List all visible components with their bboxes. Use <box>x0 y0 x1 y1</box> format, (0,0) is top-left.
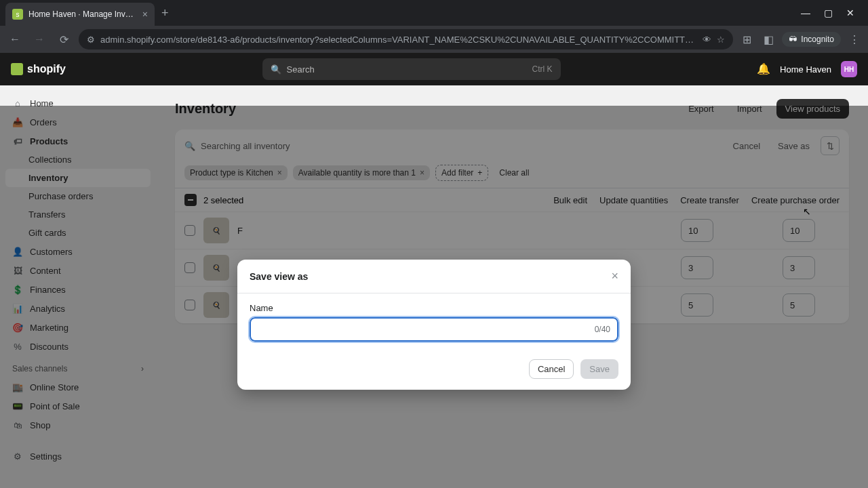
modal-save-button[interactable]: Save <box>580 359 618 379</box>
search-icon: 🔍 <box>271 64 281 75</box>
modal-cancel-button[interactable]: Cancel <box>529 359 574 379</box>
browser-menu-icon[interactable]: ⋮ <box>846 33 863 46</box>
save-view-modal: Save view as × Name 0/40 Cancel Save <box>237 260 631 390</box>
modal-close-icon[interactable]: × <box>611 269 618 283</box>
name-field-label: Name <box>250 303 618 313</box>
window-minimize-icon[interactable]: — <box>801 7 810 18</box>
avatar[interactable]: HH <box>841 61 857 77</box>
incognito-label: Incognito <box>801 35 834 44</box>
global-search[interactable]: 🔍 Search Ctrl K <box>262 58 561 80</box>
tab-favicon: s <box>12 9 23 20</box>
tab-title: Home Haven · Manage Invento <box>28 9 137 19</box>
window-maximize-icon[interactable]: ▢ <box>824 7 833 18</box>
back-icon[interactable]: ← <box>5 33 24 45</box>
incognito-badge[interactable]: 🕶 Incognito <box>782 32 841 47</box>
window-close-icon[interactable]: ✕ <box>846 7 854 18</box>
address-bar[interactable]: ⚙ admin.shopify.com/store/de8143-a6/prod… <box>79 29 733 49</box>
url-text: admin.shopify.com/store/de8143-a6/produc… <box>100 35 697 45</box>
reload-icon[interactable]: ⟳ <box>54 33 73 46</box>
store-name[interactable]: Home Haven <box>780 64 831 75</box>
logo-mark-icon <box>11 63 23 75</box>
browser-tab[interactable]: s Home Haven · Manage Invento × <box>5 3 155 26</box>
bookmark-icon[interactable]: ☆ <box>717 35 725 45</box>
sidepanel-icon[interactable]: ◧ <box>760 33 776 46</box>
search-shortcut: Ctrl K <box>532 64 553 74</box>
new-tab-button[interactable]: + <box>161 6 169 20</box>
notifications-icon[interactable]: 🔔 <box>757 62 770 76</box>
site-settings-icon[interactable]: ⚙ <box>87 35 95 45</box>
shopify-logo[interactable]: shopify <box>11 63 66 75</box>
forward-icon[interactable]: → <box>30 33 49 45</box>
view-name-input[interactable] <box>250 317 618 342</box>
extensions-icon[interactable]: ⊞ <box>738 33 755 46</box>
search-placeholder: Search <box>287 64 315 75</box>
tab-close-icon[interactable]: × <box>142 9 148 20</box>
incognito-icon: 🕶 <box>789 35 797 44</box>
blocked-eye-icon[interactable]: 👁 <box>703 35 711 45</box>
modal-title: Save view as <box>250 271 308 282</box>
logo-text: shopify <box>27 63 66 75</box>
char-count: 0/40 <box>595 325 610 334</box>
